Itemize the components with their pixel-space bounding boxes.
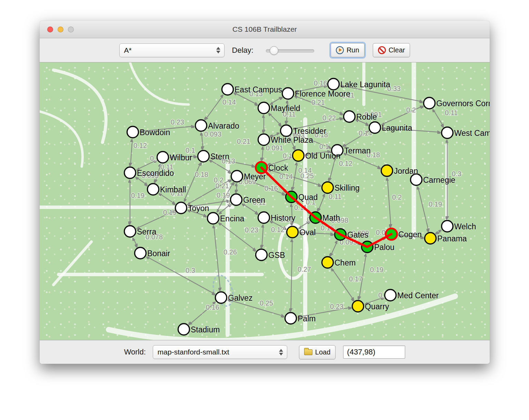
graph-node-Bowdoin[interactable] bbox=[127, 127, 139, 138]
graph-node-Meyer[interactable] bbox=[231, 171, 243, 182]
node-label-WhitePlaza: White Plaza bbox=[271, 136, 313, 144]
run-button[interactable]: Run bbox=[331, 43, 365, 57]
node-label-Bonair: Bonair bbox=[147, 249, 170, 258]
graph-edge-Encina-Galvez bbox=[214, 226, 220, 290]
graph-node-LakeLagunita[interactable] bbox=[328, 79, 339, 90]
node-label-Roble: Roble bbox=[356, 112, 377, 121]
node-label-Mayfield: Mayfield bbox=[271, 104, 300, 113]
edge-weight-label: 0.2 bbox=[214, 176, 223, 184]
edge-weight-label: 0.16 bbox=[206, 303, 219, 311]
algorithm-select[interactable]: A* bbox=[119, 43, 224, 57]
prohibition-icon bbox=[378, 46, 386, 54]
edge-weight-label: 0.19 bbox=[429, 200, 442, 208]
graph-node-GSB[interactable] bbox=[256, 249, 267, 261]
node-label-Lagunita: Lagunita bbox=[382, 123, 412, 132]
graph-node-Bonair[interactable] bbox=[135, 248, 146, 259]
node-label-EastCampus: East Campus bbox=[234, 85, 282, 94]
edge-weight-label: 0.2 bbox=[392, 193, 402, 201]
graph-node-Escondido[interactable] bbox=[124, 167, 136, 179]
toolbar: A* Delay: Run Clear bbox=[40, 38, 490, 62]
graph-node-Toyon[interactable] bbox=[176, 202, 187, 214]
edge-weight-label: 0.21 bbox=[311, 99, 325, 106]
graph-node-Skilling[interactable] bbox=[322, 182, 333, 193]
window-title: CS 106B Trailblazer bbox=[40, 21, 490, 38]
node-label-Gates: Gates bbox=[347, 230, 368, 239]
edge-weight-label: 0.19 bbox=[131, 192, 144, 199]
folder-icon bbox=[304, 349, 312, 355]
graph-node-FlorenceMoore[interactable] bbox=[282, 88, 294, 99]
graph-node-Stern[interactable] bbox=[198, 151, 209, 162]
graph-edge-Skilling-Math bbox=[318, 194, 325, 211]
node-label-GovernorsCorner: Governors Corner bbox=[436, 99, 490, 108]
graph-node-History[interactable] bbox=[258, 212, 270, 223]
node-label-History: History bbox=[271, 213, 296, 222]
edge-weight-label: 0.17 bbox=[349, 275, 362, 283]
node-label-Math: Math bbox=[322, 213, 340, 222]
graph-node-OldUnion[interactable] bbox=[293, 150, 304, 161]
node-label-GSB: GSB bbox=[268, 251, 285, 260]
graph-node-Oval[interactable] bbox=[287, 227, 298, 238]
title-bar[interactable]: CS 106B Trailblazer bbox=[40, 21, 490, 38]
node-label-Stern: Stern bbox=[210, 152, 229, 161]
graph-edge-Oval-Palm bbox=[291, 239, 292, 311]
graph-node-Carnegie[interactable] bbox=[411, 174, 422, 186]
node-label-Toyon: Toyon bbox=[188, 204, 209, 213]
edge-weight-label: 0.19 bbox=[217, 191, 230, 199]
delay-slider[interactable] bbox=[266, 46, 314, 55]
node-label-Alvarado: Alvarado bbox=[208, 121, 239, 130]
graph-node-Alvarado[interactable] bbox=[196, 120, 207, 131]
algorithm-select-value: A* bbox=[120, 46, 214, 54]
graph-node-Quarry[interactable] bbox=[352, 301, 364, 312]
edge-weight-label: 0.14 bbox=[222, 98, 236, 106]
graph-edge-Lagunita-GovernorsCorner bbox=[381, 106, 423, 125]
clear-button[interactable]: Clear bbox=[373, 43, 410, 57]
graph-node-Stadium[interactable] bbox=[178, 324, 190, 335]
graph-node-Galvez[interactable] bbox=[216, 292, 227, 303]
map-canvas[interactable]: 0.140.130.160.210.110.330.110.230.0930.1… bbox=[40, 62, 490, 340]
graph-node-Mayfield[interactable] bbox=[258, 102, 270, 114]
edge-weight-label: 0.19 bbox=[370, 266, 383, 273]
node-label-Kimball: Kimball bbox=[160, 185, 186, 194]
node-label-MedCenter: Med Center bbox=[397, 291, 439, 300]
graph-node-Jordan[interactable] bbox=[381, 165, 393, 177]
edge-weight-label: 0.27 bbox=[298, 266, 311, 273]
graph-node-Palm[interactable] bbox=[285, 313, 297, 324]
node-label-Escondido: Escondido bbox=[137, 169, 174, 178]
graph-node-MedCenter[interactable] bbox=[385, 290, 396, 301]
edge-weight-label: 0.23 bbox=[171, 118, 184, 126]
node-label-Stadium: Stadium bbox=[191, 325, 220, 334]
graph-node-EastCampus[interactable] bbox=[222, 84, 233, 95]
edge-weight-label: 0.11 bbox=[445, 109, 458, 117]
node-label-Palm: Palm bbox=[298, 314, 316, 323]
load-button[interactable]: Load bbox=[299, 345, 336, 359]
graph-node-Green[interactable] bbox=[231, 194, 242, 206]
select-arrows-icon bbox=[214, 47, 222, 53]
graph-node-GovernorsCorner[interactable] bbox=[424, 98, 435, 109]
graph-node-Chem[interactable] bbox=[322, 257, 333, 268]
graph-node-WestCampus[interactable] bbox=[442, 127, 453, 139]
graph-node-Kimball[interactable] bbox=[148, 184, 159, 195]
delay-slider-thumb[interactable] bbox=[270, 46, 278, 55]
clear-button-label: Clear bbox=[389, 46, 405, 54]
graph-node-Panama[interactable] bbox=[425, 233, 436, 244]
edge-weight-label: 0.3 bbox=[186, 267, 195, 274]
graph-edge-Mayfield-FlorenceMoore bbox=[270, 97, 282, 104]
world-select[interactable]: map-stanford-small.txt bbox=[153, 345, 287, 359]
node-label-Quad: Quad bbox=[298, 193, 318, 202]
edge-weight-label: 0.1 bbox=[319, 143, 329, 150]
graph-node-Serra[interactable] bbox=[124, 226, 136, 237]
graph-node-WhitePlaza[interactable] bbox=[258, 134, 270, 146]
graph-node-Roble[interactable] bbox=[344, 111, 355, 122]
edge-weight-label: 0.12 bbox=[133, 142, 147, 149]
node-label-Green: Green bbox=[243, 196, 265, 204]
graph[interactable]: 0.140.130.160.210.110.330.110.230.0930.1… bbox=[40, 62, 490, 340]
status-bar: World: map-stanford-small.txt Load (437,… bbox=[40, 340, 490, 364]
graph-edge-Gates-Chem bbox=[331, 241, 338, 256]
world-label: World: bbox=[124, 348, 146, 357]
node-label-Encina: Encina bbox=[220, 214, 244, 223]
graph-node-Wilbur[interactable] bbox=[157, 152, 169, 163]
graph-node-Tresidder[interactable] bbox=[281, 125, 292, 137]
graph-node-Lagunita[interactable] bbox=[369, 122, 381, 133]
graph-node-Encina[interactable] bbox=[208, 213, 219, 224]
graph-node-Welch[interactable] bbox=[442, 221, 453, 232]
